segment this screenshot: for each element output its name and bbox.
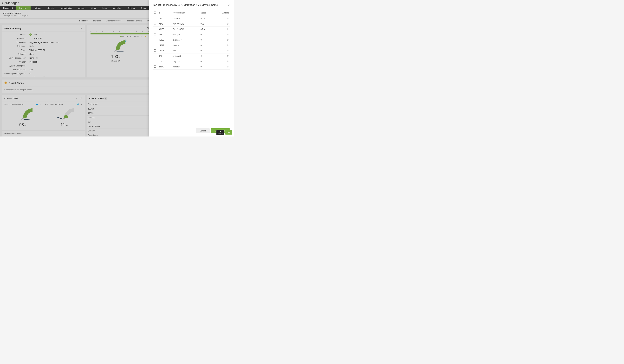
row-checkbox[interactable]	[154, 44, 156, 46]
row-checkbox[interactable]	[154, 23, 156, 25]
trash-icon[interactable]	[227, 60, 229, 63]
row-checkbox[interactable]	[154, 65, 156, 68]
trash-icon[interactable]	[227, 23, 229, 25]
trash-icon[interactable]	[227, 55, 229, 57]
row-checkbox[interactable]	[154, 50, 156, 52]
process-row: 24612chrome0	[153, 43, 230, 48]
modal-title: Top 10 Processes by CPU Utilization : My…	[153, 3, 228, 6]
process-row: 876svchost#50	[153, 53, 230, 59]
row-checkbox[interactable]	[154, 28, 156, 30]
process-row: 66160WmiPrvSE#10.714	[153, 27, 230, 32]
processes-modal: Top 10 Processes by CPU Utilization : My…	[149, 0, 234, 136]
row-checkbox[interactable]	[154, 17, 156, 19]
row-checkbox[interactable]	[154, 60, 156, 62]
row-checkbox[interactable]	[154, 55, 156, 57]
process-row: 9476WmiPrvSE#20.714	[153, 21, 230, 27]
process-row: 23572explorer0	[153, 64, 230, 70]
trash-icon[interactable]	[227, 66, 229, 68]
process-row: 78196cmd0	[153, 48, 230, 53]
cancel-button[interactable]: Cancel	[196, 128, 210, 133]
process-row: 780svchost#35.714	[153, 16, 230, 21]
close-icon[interactable]: ×	[228, 3, 230, 7]
process-row: 388winlogon0	[153, 32, 230, 37]
process-row: 716LogonUI0	[153, 59, 230, 64]
trash-icon[interactable]	[227, 28, 229, 30]
row-checkbox[interactable]	[154, 33, 156, 35]
alarm-counter[interactable]: 8 Alarms	[216, 130, 224, 135]
chat-icon[interactable]	[225, 130, 232, 134]
trash-icon[interactable]	[227, 34, 229, 36]
select-all-checkbox[interactable]	[154, 12, 156, 14]
row-checkbox[interactable]	[154, 39, 156, 41]
trash-icon[interactable]	[227, 39, 229, 41]
trash-icon[interactable]	[227, 50, 229, 52]
col-usage: Usage	[200, 10, 214, 16]
process-row: 41352iexplore#70	[153, 37, 230, 43]
col-process: Process Name	[172, 10, 200, 16]
trash-icon[interactable]	[227, 44, 229, 47]
trash-icon[interactable]	[227, 18, 229, 20]
col-actions: Actions	[214, 10, 230, 16]
col-id: Id	[158, 10, 172, 16]
